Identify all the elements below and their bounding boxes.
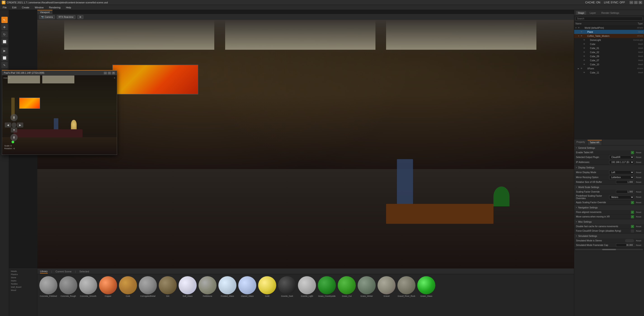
ipad-nav-center-button[interactable] [12,122,16,128]
layer-tab[interactable]: Layer [588,11,598,15]
play-button[interactable]: ▶ [1,48,8,54]
cat-textiles[interactable]: Textiles [9,282,37,286]
select-tool-button[interactable]: ↖ [1,17,8,23]
menu-help[interactable]: Help [65,6,72,9]
output-plugin-dropdown[interactable]: CloudXR [609,155,634,159]
floor-aligned-reset[interactable]: Reset [635,211,642,214]
material-item-corrugatedmetal[interactable]: CorrugatedMetal [138,276,158,298]
material-item-copper[interactable]: Copper [98,276,118,298]
tree-item-cube-07[interactable]: 👁Cube_07Mesh [574,58,644,62]
tree-eye-icon[interactable]: 👁 [580,67,584,70]
render-settings-tab[interactable]: Render Settings [600,11,621,15]
menu-window[interactable]: Window [34,6,44,9]
material-item-grass-cut[interactable]: Grass_Cut [337,276,356,298]
tree-eye-icon[interactable]: 👁 [583,39,586,41]
tree-item-cube[interactable]: 👁CubeMesh [574,42,644,46]
ipad-nav-right-button[interactable]: ▶ [17,122,23,128]
cat-wall-board[interactable]: Wall_Board [9,286,37,289]
camera-select[interactable]: 📷 Camera [39,15,55,19]
menu-rendering[interactable]: Rendering [48,6,62,9]
tablet-ar-tab[interactable]: Tablet AR [588,140,602,145]
stage-tab[interactable]: Stage [576,11,586,15]
force-cloudxr-reset[interactable]: Reset [635,230,642,232]
ipad-minimize-button[interactable]: — [104,72,107,74]
move-tool-button[interactable]: ✥ [1,24,8,30]
material-item-grass-winter[interactable]: Grass_Winter [357,276,376,298]
mirror-display-mode-dropdown[interactable]: Left [609,170,634,174]
rotate-tool-button[interactable]: ↻ [1,31,8,38]
enable-tablet-ar-reset[interactable]: Reset [635,151,642,154]
mirror-resizing-reset[interactable]: Reset [635,176,642,179]
tree-item-coffee-table-modern[interactable]: ▼👁Coffee_Table_ModernXForm [574,34,644,38]
simulated-settings-header[interactable]: ▼ Simulated Settings [574,234,644,238]
scene-viewport[interactable] [37,20,574,268]
tree-expand-arrow[interactable]: ▼ [578,35,580,37]
tree-eye-icon[interactable]: 👁 [578,27,581,29]
tree-item-cube-10[interactable]: 👁Cube_10Mesh [574,62,644,66]
tree-item-cube-09[interactable]: 👁Cube_09Mesh [574,54,644,58]
menu-edit[interactable]: Edit [11,6,18,9]
ipad-nav-down-button[interactable]: ▼ [11,128,17,132]
scale-tool-button[interactable]: ⬜ [1,38,8,45]
library-tab-scene[interactable]: Current Scene [56,270,72,273]
simulated-framerate-reset[interactable]: Reset [635,244,642,246]
material-item-glazed-glass[interactable]: Glazed_Glass [238,276,257,298]
scaling-factor-input[interactable] [616,190,634,194]
ipad-nav-down-circle[interactable]: ⬇ [10,134,18,141]
enable-tablet-ar-checkbox[interactable]: ✓ [631,151,634,154]
ipad-window-titlebar[interactable]: Paul's iPad '192.168.1.148' (2732x1908) … [2,70,117,76]
display-settings-header[interactable]: ▼ Display Settings [574,165,644,170]
ip-addresses-dropdown[interactable]: 192.168.1.117 (Ethernet) [609,160,634,164]
apply-scaling-reset[interactable]: Reset [635,201,642,204]
tree-eye-icon[interactable]: 👁 [583,51,586,53]
material-item-dirt[interactable]: Dirt [158,276,178,298]
property-tab[interactable]: Property [574,140,588,145]
tree-item-xform[interactable]: ▶👁XFormXForm [574,66,644,70]
ip-addresses-reset[interactable]: Reset [635,161,642,164]
material-item-grass-countryside[interactable]: Grass_Countryside [317,276,336,298]
viewport-options-button[interactable]: ⚙ [77,15,84,19]
tree-eye-icon[interactable]: 👁 [580,31,584,33]
predefined-scaling-dropdown[interactable]: Meters [609,195,634,199]
simulated-framerate-input[interactable] [616,244,634,247]
ipad-nav-left-button[interactable]: ◀ [5,122,11,128]
material-item-granite-dark[interactable]: Granite_Dark [277,276,297,298]
mirror-display-reset[interactable]: Reset [635,171,642,174]
force-cloudxr-checkbox[interactable] [631,230,634,232]
maximize-button[interactable]: □ [634,1,638,4]
tree-item-plane[interactable]: 👁PlaneMesh [574,30,644,34]
tree-item-cube-02[interactable]: 👁Cube_02Mesh [574,50,644,54]
rtx-mode-select[interactable]: RTX Real-time [57,15,76,19]
material-item-concrete-smooth[interactable]: Concrete_Smooth [78,276,98,298]
floor-aligned-checkbox[interactable]: ✓ [631,211,634,214]
cat-metals[interactable]: Metals [9,270,37,273]
tree-eye-icon[interactable]: 👁 [583,59,586,62]
ipad-maximize-button[interactable]: □ [108,72,111,74]
material-item-gravel[interactable]: Gravel [377,276,396,298]
tree-item-cube-01[interactable]: 👁Cube_01Mesh [574,46,644,50]
cat-stone[interactable]: Stone [9,276,37,279]
tree-expand-arrow[interactable]: ▼ [575,27,577,29]
material-item-gravel-river-rock[interactable]: Gravel_River_Rock [397,276,416,298]
cat-plastics[interactable]: Plastics [9,273,37,276]
cat-wood[interactable]: Wood [9,289,37,292]
material-item-dull-glass[interactable]: Dull_Glass [178,276,197,298]
simulated-stereo-reset[interactable]: Reset [635,239,642,242]
ipad-scene-close[interactable]: ✕ [114,77,116,79]
tree-eye-icon[interactable]: 👁 [583,63,586,66]
library-tab-library[interactable]: Library [40,270,48,274]
material-item-concrete-rough[interactable]: Concrete_Rough [58,276,78,298]
draw-button[interactable]: ✎ [1,62,8,68]
material-item-concrete-polished[interactable]: Concrete_Polished [39,276,58,298]
tree-eye-icon[interactable]: 👁 [583,47,586,49]
menu-create[interactable]: Create [21,6,30,9]
tree-item-domelight[interactable]: 👁DomeLightDomeLight [574,38,644,42]
material-item-fieldstone[interactable]: Fieldstone [198,276,217,298]
navigation-settings-header[interactable]: ▼ Navigation Settings [574,205,644,210]
search-input[interactable] [576,17,643,20]
misc-settings-header[interactable]: ▼ Misc Settings [574,219,644,224]
xr-buffer-reset[interactable]: Reset [635,181,642,184]
general-settings-header[interactable]: ▼ General Settings [574,145,644,150]
tree-item-cube-11[interactable]: 👁Cube_11Mesh [574,70,644,74]
material-item-cork[interactable]: Cork [118,276,138,298]
